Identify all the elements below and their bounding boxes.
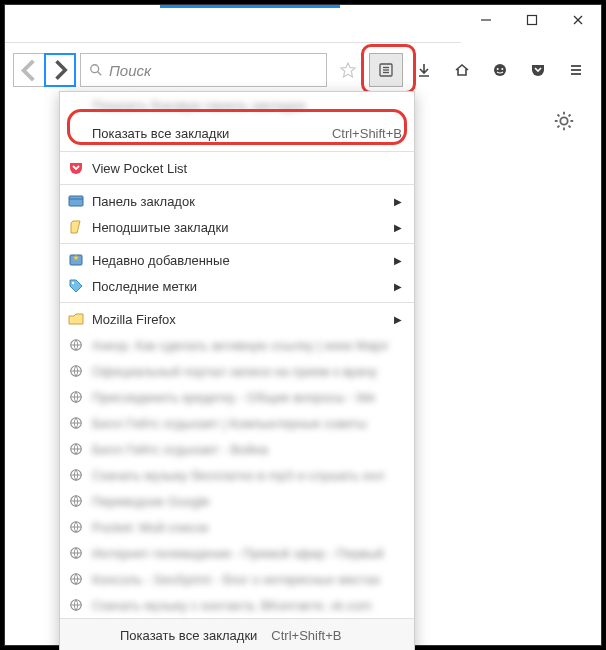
- menu-separator: [60, 151, 414, 152]
- menu-footer-show-all[interactable]: Показать все закладки Ctrl+Shift+B: [60, 618, 414, 650]
- globe-icon: [68, 415, 84, 431]
- menu-item-recent-bookmarks[interactable]: Недавно добавленные ▶: [60, 247, 414, 273]
- svg-point-11: [497, 68, 499, 70]
- submenu-arrow-icon: ▶: [394, 222, 402, 233]
- svg-point-12: [501, 68, 503, 70]
- globe-icon: [68, 337, 84, 353]
- submenu-arrow-icon: ▶: [394, 255, 402, 266]
- globe-icon: [68, 467, 84, 483]
- bookmarks-menu-button[interactable]: [369, 53, 403, 87]
- bookmark-item[interactable]: Билл Гейтс отдыхает | Компьютерные совет…: [60, 410, 414, 436]
- svg-line-5: [98, 72, 102, 76]
- menu-separator: [60, 243, 414, 244]
- menu-item-unsorted-bookmarks[interactable]: Неподшитые закладки ▶: [60, 214, 414, 240]
- menu-separator: [60, 302, 414, 303]
- bookmark-item[interactable]: Консоль - SeoSprint - блог о интересных …: [60, 566, 414, 592]
- recent-icon: [68, 252, 84, 268]
- globe-icon: [68, 545, 84, 561]
- bookmark-item[interactable]: Скачать музыку с контакта, ВКонтакте, vk…: [60, 592, 414, 618]
- globe-icon: [68, 363, 84, 379]
- search-icon: [89, 63, 103, 77]
- window-controls: [463, 5, 601, 35]
- forward-button[interactable]: [44, 53, 76, 87]
- maximize-button[interactable]: [509, 5, 555, 35]
- bookmark-item[interactable]: Официальный портал записи на прием к вра…: [60, 358, 414, 384]
- home-button[interactable]: [445, 53, 479, 87]
- bookmark-item[interactable]: Интернет-телевидение - Прямой эфир - Пер…: [60, 540, 414, 566]
- search-input[interactable]: Поиск: [80, 53, 327, 87]
- browser-window: Поиск Показать боковую панель закл: [4, 4, 602, 646]
- globe-icon: [68, 519, 84, 535]
- downloads-button[interactable]: [407, 53, 441, 87]
- globe-icon: [68, 441, 84, 457]
- star-icon[interactable]: [331, 53, 365, 87]
- blank-icon: [68, 97, 84, 113]
- svg-rect-1: [528, 16, 537, 25]
- settings-gear-icon[interactable]: [553, 110, 575, 132]
- tag-icon: [68, 278, 84, 294]
- globe-icon: [68, 597, 84, 613]
- close-button[interactable]: [555, 5, 601, 35]
- shortcut-label: Ctrl+Shift+B: [332, 126, 402, 141]
- submenu-arrow-icon: ▶: [394, 196, 402, 207]
- folder-icon: [68, 311, 84, 327]
- globe-icon: [68, 493, 84, 509]
- toolbar: Поиск: [13, 51, 593, 89]
- tab-strip: [5, 5, 461, 43]
- bookmark-item[interactable]: Анкор. Как сделать активную ссылку | www…: [60, 332, 414, 358]
- menu-item-show-all-bookmarks[interactable]: Показать все закладки Ctrl+Shift+B: [60, 118, 414, 148]
- footer-shortcut: Ctrl+Shift+B: [271, 628, 341, 643]
- submenu-arrow-icon: ▶: [394, 281, 402, 292]
- back-button[interactable]: [13, 53, 45, 87]
- unsorted-folder-icon: [68, 219, 84, 235]
- face-icon[interactable]: [483, 53, 517, 87]
- svg-point-19: [72, 282, 74, 284]
- svg-rect-16: [69, 196, 83, 206]
- bookmark-item[interactable]: Скачать музыку бесплатно в mp3 и слушать…: [60, 462, 414, 488]
- menu-item-show-sidebar[interactable]: Показать боковую панель закладок: [60, 92, 414, 118]
- blank-icon: [68, 125, 84, 141]
- globe-icon: [68, 389, 84, 405]
- active-tab-indicator: [160, 5, 340, 8]
- toolbar-folder-icon: [68, 193, 84, 209]
- bookmark-item[interactable]: Билл Гейтс отдыхает - Война: [60, 436, 414, 462]
- menu-item-recent-tags[interactable]: Последние метки ▶: [60, 273, 414, 299]
- bookmark-item[interactable]: Pocket: Мой список: [60, 514, 414, 540]
- menu-item-pocket[interactable]: View Pocket List: [60, 155, 414, 181]
- menu-separator: [60, 184, 414, 185]
- svg-point-10: [494, 64, 506, 76]
- globe-icon: [68, 571, 84, 587]
- pocket-toolbar-icon[interactable]: [521, 53, 555, 87]
- menu-button[interactable]: [559, 53, 593, 87]
- pocket-icon: [68, 160, 84, 176]
- footer-label: Показать все закладки: [120, 628, 257, 643]
- menu-item-bookmarks-toolbar[interactable]: Панель закладок ▶: [60, 188, 414, 214]
- minimize-button[interactable]: [463, 5, 509, 35]
- bookmark-item[interactable]: Переводчик Google: [60, 488, 414, 514]
- bookmark-item[interactable]: Присоединить кредитку - Общие вопросы - …: [60, 384, 414, 410]
- svg-point-4: [91, 65, 99, 73]
- submenu-arrow-icon: ▶: [394, 314, 402, 325]
- search-placeholder: Поиск: [109, 62, 151, 79]
- menu-folder-mozilla[interactable]: Mozilla Firefox ▶: [60, 306, 414, 332]
- bookmarks-dropdown-menu: Показать боковую панель закладок Показат…: [59, 91, 415, 650]
